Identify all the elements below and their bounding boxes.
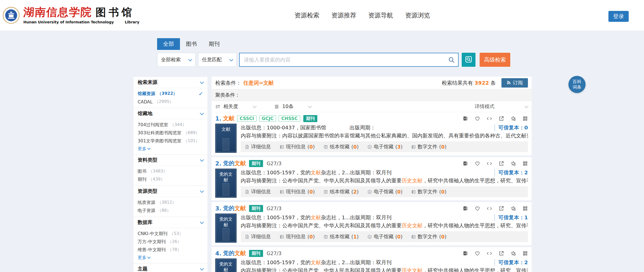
code-button[interactable] [487,206,492,211]
qrcode-button[interactable] [522,251,528,256]
digital-file-action[interactable]: 数字文件(0) [411,233,446,240]
code-button[interactable] [487,116,492,121]
paper-holding-action[interactable]: 纸本馆藏(1) [324,233,359,240]
abstract-label: 内容与摘要附注： [241,132,282,139]
search-tab-1[interactable]: 全部 [157,38,180,50]
text-segment: 公布中国共产党、中华人民共和国及其领导人的重要 [282,222,402,229]
facet-item[interactable]: 图书（3483） [138,167,203,175]
journal-button[interactable] [463,161,468,166]
encyclopedia-float-button[interactable]: 百科 词条 [568,76,586,93]
scan-search-button[interactable] [462,53,475,67]
current-issue-action[interactable]: 现刊信息(0) [280,233,315,240]
detail-info-action[interactable]: 详细信息 [245,143,271,150]
pub-info-value: 1005-1597，党的文献杂志社，2... [267,169,350,176]
facet-more-link[interactable]: 更多 [138,254,203,261]
facet-item[interactable]: 维普-中文期刊（78） [138,246,203,254]
star-clock-button[interactable] [511,251,516,256]
external-link-button[interactable] [499,116,504,121]
nav-item-3[interactable]: 资源导航 [368,11,393,19]
qrcode-button[interactable] [522,116,528,121]
facet-item-count: （3922） [157,91,177,96]
result-actions: 详细信息现刊信息(0)纸本馆藏(0)e电子馆藏(3)数字文件(0) [241,141,528,152]
e-holding-action[interactable]: e电子馆藏(3) [367,143,403,150]
qrcode-button[interactable] [522,161,528,166]
facet-item[interactable]: 303社科类图书阅览室（689） [138,129,203,137]
sort-by-select[interactable]: 相关度 [223,103,256,110]
external-link-button[interactable] [499,251,504,256]
facet-section-title: 资源类型 [138,188,157,195]
facet-item[interactable]: 期刊（439） [138,175,203,183]
result-cover[interactable]: 党的文献 [215,169,237,198]
highlight-term: 历史文献 [402,222,422,229]
nav-item-1[interactable]: 资源检索 [294,11,319,19]
result-cover[interactable]: 党的文献 [215,214,237,243]
heart-button[interactable] [475,251,480,256]
detail-info-action[interactable]: 详细信息 [245,233,271,240]
external-link-button[interactable] [499,161,504,166]
facet-item[interactable]: CADAL（2995） [138,98,203,106]
nav-item-4[interactable]: 资源浏览 [405,11,430,19]
facet-section-header[interactable]: 资源类型 [133,186,207,197]
facet-section-header[interactable]: 资料类型 [133,155,207,166]
heart-button[interactable] [475,206,480,211]
search-icon[interactable] [448,56,455,63]
e-holding-action[interactable]: e电子馆藏(0) [367,233,403,240]
facet-section-header[interactable]: 数据库 [133,217,207,228]
code-button[interactable] [487,161,492,166]
journal-button[interactable] [463,116,468,121]
journal-button[interactable] [463,251,468,256]
current-issue-action[interactable]: 现刊信息(0) [280,143,315,150]
facet-item[interactable]: 704过刊阅览室（344） [138,121,203,129]
available-copies: 可借复本：1 [494,214,528,221]
facet-section-header[interactable]: 馆藏地 [133,108,207,119]
facet-item[interactable]: CNKI-中文期刊（53） [138,230,203,238]
facet-item-label: 301文学类图书阅览室 [138,138,181,144]
facet-item-label: 维普-中文期刊 [138,247,166,253]
external-link-button[interactable] [499,206,504,211]
e-holding-action[interactable]: e电子馆藏(0) [367,188,403,195]
subscribe-button[interactable]: 订阅 [501,78,528,88]
detail-info-action[interactable]: 详细信息 [245,188,271,195]
facet-section-header[interactable]: 检索来源 [133,77,207,88]
search-input[interactable] [240,57,448,63]
heart-button[interactable] [475,116,480,121]
facet-item[interactable]: 电子资源（86） [138,207,203,215]
facet-section: 检索来源馆藏资源（3922）✓CADAL（2995） [133,77,207,108]
qrcode-button[interactable] [522,206,528,211]
chevron-down-icon[interactable] [525,104,529,108]
page-size-select[interactable]: 10条 [282,103,311,110]
search-tab-2[interactable]: 图书 [180,38,203,50]
facet-item[interactable]: 万方-中文期刊（26） [138,238,203,246]
copies-count: 1 [524,214,528,221]
paper-holding-action[interactable]: 纸本馆藏(0) [324,143,359,150]
current-issue-action[interactable]: 现刊信息(0) [280,188,315,195]
paper-holding-action[interactable]: 纸本馆藏(2) [324,188,359,195]
match-mode-select[interactable]: 任意匹配 [198,53,237,67]
nav-item-2[interactable]: 资源推荐 [331,11,356,19]
result-title-link[interactable]: 文献 [223,115,234,122]
digital-file-action[interactable]: 数字文件(0) [411,188,446,195]
search-scope-select[interactable]: 全部检索 [157,53,196,67]
result-title-link[interactable]: 党的文献 [223,249,246,257]
facet-more-link[interactable]: 更多 [138,145,203,152]
journal-button[interactable] [463,206,468,211]
search-tab-3[interactable]: 期刊 [203,38,226,50]
star-clock-button[interactable] [511,206,516,211]
view-mode-select[interactable]: 详情模式 [475,103,494,110]
login-button[interactable]: 登录 [608,11,629,22]
facet-section-header[interactable]: 主题 [133,263,207,272]
heart-button[interactable] [475,161,480,166]
result-cover[interactable]: 文献 [215,124,237,153]
result-title-link[interactable]: 党的文献 [223,204,246,212]
advanced-search-button[interactable]: 高级检索 [480,53,510,67]
facet-item[interactable]: 馆藏资源（3922）✓ [138,90,203,98]
facet-item[interactable]: 301文学类图书阅览室（101） [138,137,203,145]
star-clock-button[interactable] [511,161,516,166]
star-clock-button[interactable] [511,116,516,121]
facet-item[interactable]: 纸质资源（3812） [138,198,203,207]
text-segment: 公布中国共产党、中华人民共和国及其领导人的重要 [282,177,402,184]
result-title-link[interactable]: 党的文献 [223,160,246,167]
code-button[interactable] [487,251,492,256]
result-cover[interactable]: 党的文献 [215,258,237,272]
digital-file-action[interactable]: 数字文件(0) [411,143,446,150]
